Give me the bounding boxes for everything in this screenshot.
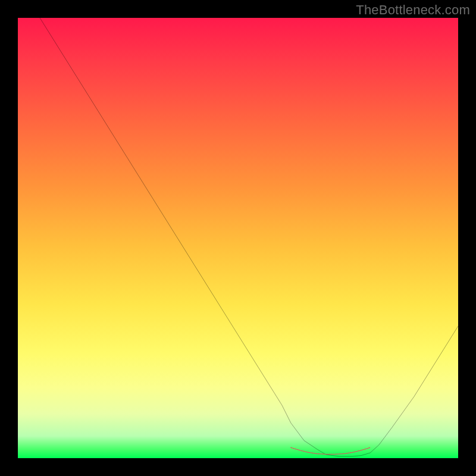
- chart-svg: [18, 18, 458, 458]
- plot-area: [18, 18, 458, 458]
- bottleneck-curve: [40, 18, 458, 456]
- chart-frame: TheBottleneck.com: [0, 0, 476, 476]
- optimal-zone-marker: [291, 447, 370, 454]
- watermark-text: TheBottleneck.com: [356, 2, 470, 18]
